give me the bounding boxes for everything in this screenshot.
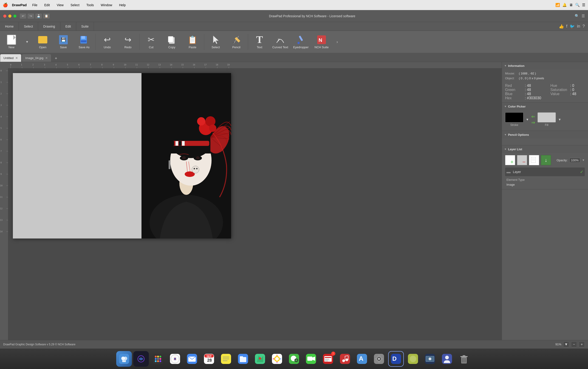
dock-photos[interactable]	[269, 351, 285, 367]
tab-image04-close[interactable]: ✕	[45, 56, 48, 60]
dock-drawpad[interactable]: D	[388, 351, 404, 367]
new-button[interactable]: New	[1, 32, 21, 52]
layer-page-thumb[interactable]	[529, 155, 539, 165]
select-button[interactable]: Select	[206, 32, 226, 52]
new-dropdown[interactable]: ▼	[22, 32, 32, 52]
swap-arrows[interactable]: ⇐ ⇒	[531, 114, 535, 125]
apple-menu[interactable]: 🍎	[3, 2, 8, 8]
dock-calendar[interactable]: SEP28	[201, 351, 217, 367]
toolbar-more[interactable]: ›	[332, 32, 342, 52]
menu-select[interactable]: Select	[69, 3, 81, 7]
fill-swatch[interactable]	[537, 112, 556, 123]
dock-systemprefs[interactable]	[371, 351, 387, 367]
apptoolbar-drawing[interactable]: Drawing	[38, 22, 60, 31]
minimize-button[interactable]	[8, 14, 11, 18]
menu-tools[interactable]: Tools	[85, 3, 95, 7]
text-button[interactable]: T Text	[249, 32, 270, 52]
dock-files[interactable]	[235, 351, 251, 367]
svg-point-132	[157, 360, 159, 362]
help-icon[interactable]: ?	[582, 24, 585, 29]
settings-titlebar-icon[interactable]: ☰	[582, 14, 585, 18]
tab-untitled-close[interactable]: ✕	[15, 56, 18, 60]
value-value: : 48	[570, 92, 576, 96]
fullscreen-button[interactable]	[13, 14, 17, 18]
canvas-surface[interactable]	[13, 73, 231, 238]
stroke-dropdown[interactable]: ▼	[526, 118, 529, 121]
delete-layer-button[interactable]: −	[517, 155, 527, 165]
saveas-button[interactable]: Save As	[74, 32, 94, 52]
dock-music[interactable]	[337, 351, 353, 367]
layer-item[interactable]: ▬ Layer ✓	[505, 167, 585, 176]
apptoolbar-suite[interactable]: Suite	[76, 22, 94, 31]
screen-icon[interactable]: 🖥	[569, 3, 573, 7]
dock-siri[interactable]	[133, 351, 149, 367]
dock-appstore[interactable]: A	[354, 351, 370, 367]
nchsuite-button[interactable]: N NCH Suite	[312, 32, 332, 52]
dock-app17[interactable]	[405, 351, 421, 367]
tab-untitled-label: Untitled	[3, 56, 14, 60]
dock-safari[interactable]	[167, 351, 183, 367]
svg-point-107	[194, 168, 195, 169]
tab-image04[interactable]: Image_04.jpg ✕	[22, 54, 51, 62]
menu-window[interactable]: Window	[100, 3, 114, 7]
pencil-options-header[interactable]: ▼ Pencil Options	[502, 131, 588, 138]
apptoolbar-home[interactable]: Home	[0, 22, 19, 31]
apptoolbar-select[interactable]: Select	[19, 22, 38, 31]
tab-add-button[interactable]: +	[53, 55, 60, 62]
dock-notes[interactable]	[218, 351, 234, 367]
eyedropper-button[interactable]: Eyedropper	[291, 32, 311, 52]
close-button[interactable]	[3, 14, 6, 18]
dock-photoslideshow[interactable]	[422, 351, 438, 367]
color-picker-header[interactable]: ▼ Color Picker	[502, 103, 588, 110]
undo-titlebar-button[interactable]: ↩	[20, 14, 26, 19]
dock-news[interactable]: !	[320, 351, 336, 367]
search-titlebar-icon[interactable]: 🔍	[575, 14, 579, 18]
fill-dropdown[interactable]: ▼	[558, 118, 561, 121]
pencil-button[interactable]: Pencil	[226, 32, 246, 52]
cut-button[interactable]: ✂ Cut	[141, 32, 161, 52]
menu-edit[interactable]: Edit	[43, 3, 51, 7]
zoom-out-button[interactable]: −	[571, 341, 577, 348]
paste-button[interactable]: 📋 Paste	[182, 32, 203, 52]
stroke-swatch[interactable]	[505, 112, 523, 123]
canvas-scroll[interactable]	[8, 69, 502, 340]
svg-point-176	[342, 359, 345, 362]
information-header[interactable]: ▼ Information	[502, 62, 588, 69]
layer-list-header[interactable]: ▼ Layer List	[502, 145, 588, 153]
save-floppy-button[interactable]: 💾	[35, 14, 42, 19]
opacity-dropdown-arrow[interactable]: ▼	[582, 159, 585, 162]
menu-icon[interactable]: ☰	[582, 3, 585, 7]
dock-launchpad[interactable]	[150, 351, 166, 367]
zoom-in-button[interactable]: +	[579, 341, 585, 348]
save-button[interactable]: 💾 Save	[53, 32, 73, 52]
apptoolbar-right: 👍 f 🐦 in ?	[559, 24, 588, 29]
dock-app19[interactable]	[439, 351, 455, 367]
copy-button[interactable]: Copy	[162, 32, 182, 52]
add-layer-button[interactable]: +	[505, 155, 515, 165]
tab-untitled[interactable]: Untitled ✕	[0, 54, 21, 62]
menu-help[interactable]: Help	[118, 3, 127, 7]
redo-button[interactable]: ↪ Redo	[118, 32, 138, 52]
curvedtext-button[interactable]: T Curved Text	[270, 32, 290, 52]
dock-maps[interactable]	[252, 351, 268, 367]
svg-marker-5	[213, 36, 219, 44]
apptoolbar-edit[interactable]: Edit	[61, 22, 76, 31]
dock-finder[interactable]	[116, 351, 132, 367]
notification-icon[interactable]: 🔔	[562, 3, 567, 7]
svg-text:10: 10	[0, 184, 2, 187]
redo-titlebar-button[interactable]: ↪	[28, 14, 34, 19]
dock-messages[interactable]	[286, 351, 302, 367]
undo-button[interactable]: ↩ Undo	[97, 32, 117, 52]
dock-facetime[interactable]	[303, 351, 319, 367]
dock-trash[interactable]	[456, 351, 472, 367]
open-button[interactable]: Open	[33, 32, 53, 52]
export-layer-button[interactable]: ↓	[541, 155, 551, 165]
menu-view[interactable]: View	[55, 3, 65, 7]
menu-file[interactable]: File	[31, 3, 39, 7]
saveas-floppy-button[interactable]: 📋	[43, 14, 50, 19]
app-name[interactable]: DrawPad	[12, 3, 27, 7]
layer-visible-checkmark[interactable]: ✓	[580, 169, 583, 174]
search-menubar-icon[interactable]: 🔍	[575, 3, 580, 7]
zoom-dropdown-button[interactable]: ▼	[563, 341, 569, 348]
dock-mail[interactable]	[184, 351, 200, 367]
